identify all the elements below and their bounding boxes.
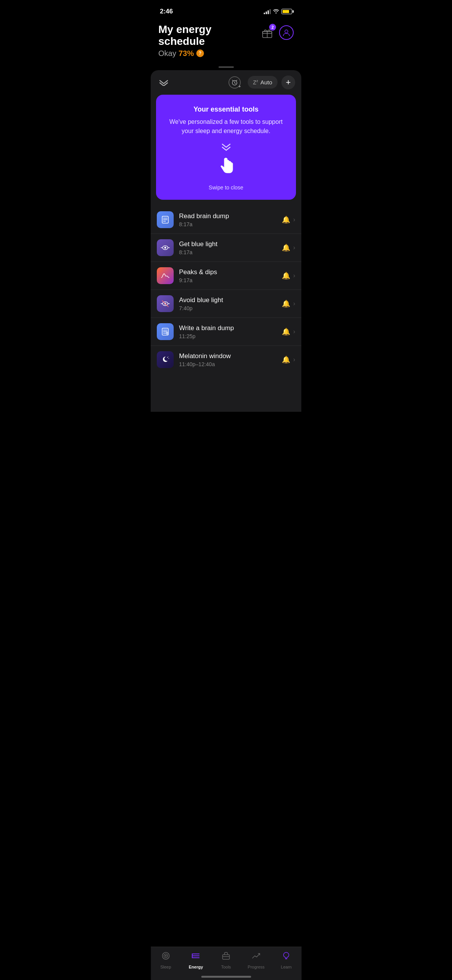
- item-actions: 🔔 ›: [282, 243, 295, 252]
- item-icon-peaks-dips: [157, 267, 174, 284]
- wifi-icon: [273, 8, 279, 15]
- item-name: Melatonin window: [179, 352, 276, 360]
- item-time: 7:40p: [179, 305, 276, 311]
- card-title: Your essential tools: [164, 105, 288, 113]
- svg-point-23: [167, 357, 168, 358]
- chevron-right-icon[interactable]: ›: [293, 272, 295, 279]
- svg-point-25: [168, 357, 168, 357]
- item-actions: 🔔 ›: [282, 271, 295, 280]
- header-actions: 2: [260, 25, 294, 40]
- item-info-peaks-dips: Peaks & dips 9:17a: [179, 268, 276, 283]
- item-icon-avoid-blue-light: [157, 295, 174, 312]
- status-bar: 2:46: [151, 0, 301, 21]
- header-left: My energy schedule Okay 73% ?: [158, 24, 260, 58]
- item-actions: 🔔 ›: [282, 327, 295, 336]
- svg-line-5: [232, 80, 233, 81]
- item-time: 11:25p: [179, 333, 276, 339]
- svg-point-3: [285, 30, 288, 33]
- battery-icon: [281, 9, 292, 14]
- svg-point-24: [168, 358, 169, 359]
- auto-badge[interactable]: Zz Auto: [248, 76, 278, 89]
- item-info-get-blue-light: Get blue light 8:17a: [179, 240, 276, 255]
- item-icon-melatonin-window: [157, 351, 174, 368]
- header-subtitle: Okay 73% ?: [158, 49, 260, 58]
- chevrons-down-icon: [221, 143, 232, 153]
- chevron-right-icon[interactable]: ›: [293, 328, 295, 335]
- schedule-item-melatonin-window[interactable]: Melatonin window 11:40p–12:40a 🔔 ›: [151, 346, 301, 373]
- item-info-melatonin-window: Melatonin window 11:40p–12:40a: [179, 352, 276, 367]
- chevron-right-icon[interactable]: ›: [293, 300, 295, 307]
- bell-icon[interactable]: 🔔: [282, 215, 290, 224]
- page-header: My energy schedule Okay 73% ? 2: [151, 21, 301, 64]
- add-button[interactable]: +: [281, 76, 295, 89]
- item-name: Read brain dump: [179, 212, 276, 220]
- item-name: Peaks & dips: [179, 268, 276, 276]
- swipe-icon: [164, 143, 288, 181]
- profile-button[interactable]: [279, 25, 294, 40]
- item-info-write-brain-dump: Write a brain dump 11:25p: [179, 324, 276, 339]
- item-time: 9:17a: [179, 277, 276, 283]
- bell-icon[interactable]: 🔔: [282, 327, 290, 336]
- bell-icon[interactable]: 🔔: [282, 243, 290, 252]
- schedule-item-get-blue-light[interactable]: Get blue light 8:17a 🔔 ›: [151, 234, 301, 262]
- essential-tools-card[interactable]: Your essential tools We've personalized …: [156, 95, 296, 200]
- schedule-item-peaks-dips[interactable]: Peaks & dips 9:17a 🔔 ›: [151, 262, 301, 290]
- schedule-item-avoid-blue-light[interactable]: Avoid blue light 7:40p 🔔 ›: [151, 290, 301, 318]
- schedule-list: Read brain dump 8:17a 🔔 › Get blue light: [151, 206, 301, 373]
- item-info-read-brain-dump: Read brain dump 8:17a: [179, 212, 276, 227]
- item-icon-get-blue-light: [157, 239, 174, 256]
- bell-icon[interactable]: 🔔: [282, 299, 290, 308]
- bell-icon[interactable]: 🔔: [282, 355, 290, 364]
- signal-icon: [264, 9, 271, 14]
- info-badge[interactable]: ?: [196, 49, 204, 57]
- hand-pointer-icon: [217, 156, 236, 181]
- item-name: Get blue light: [179, 240, 276, 248]
- toolbar: + Zz Auto +: [151, 70, 301, 95]
- swipe-label: Swipe to close: [164, 184, 288, 191]
- item-icon-write-brain-dump: [157, 323, 174, 340]
- chevron-right-icon[interactable]: ›: [293, 356, 295, 363]
- add-alarm-button[interactable]: +: [225, 76, 244, 89]
- alarm-plus-icon: +: [238, 84, 241, 89]
- item-time: 11:40p–12:40a: [179, 361, 276, 367]
- item-actions: 🔔 ›: [282, 355, 295, 364]
- page-title: My energy schedule: [158, 24, 260, 48]
- schedule-item-read-brain-dump[interactable]: Read brain dump 8:17a 🔔 ›: [151, 206, 301, 234]
- zzz-icon: Zz: [253, 79, 258, 86]
- status-icons: [264, 8, 292, 15]
- item-icon-read-brain-dump: [157, 211, 174, 228]
- gift-button[interactable]: 2: [260, 25, 274, 40]
- item-actions: 🔔 ›: [282, 215, 295, 224]
- chevron-right-icon[interactable]: ›: [293, 216, 295, 223]
- card-body: We've personalized a few tools to suppor…: [164, 117, 288, 136]
- auto-label: Auto: [260, 79, 272, 86]
- main-content: + Zz Auto + Your essential tools We've p…: [151, 70, 301, 412]
- item-info-avoid-blue-light: Avoid blue light 7:40p: [179, 296, 276, 311]
- collapse-button[interactable]: [157, 76, 171, 89]
- item-actions: 🔔 ›: [282, 299, 295, 308]
- energy-percent: 73%: [179, 49, 194, 58]
- sheet-indicator: [151, 64, 301, 70]
- item-name: Avoid blue light: [179, 296, 276, 304]
- svg-point-12: [164, 247, 166, 249]
- notification-count: 2: [269, 24, 276, 31]
- item-name: Write a brain dump: [179, 324, 276, 332]
- schedule-item-write-brain-dump[interactable]: Write a brain dump 11:25p 🔔 ›: [151, 318, 301, 346]
- sheet-pill: [219, 66, 234, 68]
- item-time: 8:17a: [179, 221, 276, 227]
- svg-line-6: [236, 80, 237, 81]
- status-time: 2:46: [160, 8, 173, 15]
- item-time: 8:17a: [179, 249, 276, 255]
- energy-status: Okay: [158, 49, 176, 58]
- bell-icon[interactable]: 🔔: [282, 271, 290, 280]
- chevron-right-icon[interactable]: ›: [293, 244, 295, 251]
